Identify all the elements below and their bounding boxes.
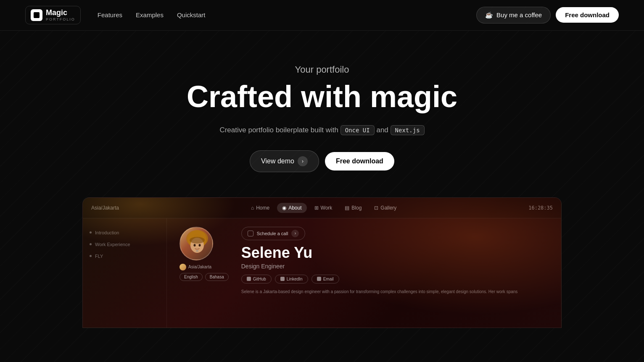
lang-bahasa[interactable]: Bahasa	[205, 273, 229, 281]
demo-time: 16:28:35	[528, 205, 553, 211]
coffee-icon: ☕	[485, 11, 493, 19]
avatar-location: Asia/Jakarta	[179, 264, 229, 270]
linkedin-button[interactable]: LinkedIn	[275, 275, 308, 283]
calendar-icon	[248, 231, 253, 236]
logo-icon	[31, 9, 42, 21]
doc-icon: ▤	[345, 205, 349, 211]
nav-item-examples[interactable]: Examples	[136, 11, 164, 19]
bullet-icon	[90, 231, 92, 233]
profile-area: Asia/Jakarta English Bahasa Schedule a c…	[179, 227, 549, 295]
demo-nav-home[interactable]: ⌂ Home	[246, 203, 274, 213]
svg-point-5	[194, 244, 196, 247]
sidebar-item-work-experience[interactable]: Work Experience	[90, 239, 160, 250]
demo-main-content: Asia/Jakarta English Bahasa Schedule a c…	[167, 218, 561, 328]
sidebar-item-introduction[interactable]: Introduction	[90, 227, 160, 239]
nav-links: Features Examples Quickstart	[98, 11, 206, 19]
hero-title: Crafted with magic	[8, 80, 636, 113]
view-demo-button[interactable]: View demo ›	[250, 150, 319, 172]
language-badges: English Bahasa	[179, 273, 229, 281]
home-icon: ⌂	[251, 205, 254, 211]
arrow-icon: ›	[291, 230, 299, 237]
nav-item-quickstart[interactable]: Quickstart	[177, 11, 206, 19]
svg-rect-7	[196, 250, 198, 252]
hero-section: Your portfoilo Crafted with magic Creati…	[0, 31, 644, 197]
navbar: Magic Portfolio Features Examples Quicks…	[0, 0, 644, 31]
demo-window: Asia/Jakarta ⌂ Home ◉ About ⊞ Work ▤ Blo…	[82, 197, 562, 328]
arrow-icon: ›	[298, 156, 308, 166]
email-icon	[317, 277, 321, 281]
logo-subtitle: Portfolio	[46, 17, 75, 21]
demo-preview: Asia/Jakarta ⌂ Home ◉ About ⊞ Work ▤ Blo…	[70, 197, 574, 328]
linkedin-icon	[280, 277, 285, 281]
user-icon: ◉	[282, 205, 286, 211]
email-button[interactable]: Email	[311, 275, 339, 283]
demo-nav-about[interactable]: ◉ About	[277, 203, 306, 213]
schedule-call-button[interactable]: Schedule a call ›	[241, 227, 306, 240]
demo-sidebar: Introduction Work Experience FLY	[83, 218, 167, 328]
bullet-icon	[90, 255, 92, 257]
demo-nav-blog[interactable]: ▤ Blog	[340, 203, 367, 213]
logo[interactable]: Magic Portfolio	[25, 6, 81, 24]
svg-point-4	[190, 237, 205, 244]
demo-nav: ⌂ Home ◉ About ⊞ Work ▤ Blog ⊡ Gallery	[246, 203, 401, 213]
buy-coffee-button[interactable]: ☕ Buy me a coffee	[476, 7, 551, 24]
hero-free-download-button[interactable]: Free download	[325, 152, 394, 171]
profile-bio: Selene is a Jakarta-based design enginee…	[241, 289, 549, 295]
grid-icon: ⊞	[314, 205, 319, 211]
badge-nextjs: Next.js	[391, 125, 425, 135]
profile-name: Selene Yu	[241, 244, 549, 261]
nav-right: ☕ Buy me a coffee Free download	[476, 7, 619, 24]
avatar	[179, 227, 213, 260]
location-icon	[179, 264, 186, 270]
nav-item-features[interactable]: Features	[98, 11, 122, 19]
location-text: Asia/Jakarta	[188, 265, 211, 269]
demo-nav-work[interactable]: ⊞ Work	[309, 203, 338, 213]
hero-description: Creative portfolio boilerplate built wit…	[8, 125, 636, 135]
nav-free-download-button[interactable]: Free download	[556, 7, 619, 23]
profile-info: Schedule a call › Selene Yu Design Engin…	[241, 227, 549, 295]
avatar-column: Asia/Jakarta English Bahasa	[179, 227, 229, 281]
nav-left: Magic Portfolio Features Examples Quicks…	[25, 6, 205, 24]
lang-english[interactable]: English	[179, 273, 203, 281]
sidebar-item-fly[interactable]: FLY	[90, 250, 160, 262]
badge-once-ui: Once UI	[340, 125, 375, 135]
github-icon	[247, 277, 251, 281]
svg-point-6	[199, 244, 201, 247]
demo-content: Introduction Work Experience FLY	[83, 218, 561, 328]
hero-subtitle: Your portfoilo	[8, 64, 636, 75]
demo-location: Asia/Jakarta	[91, 205, 119, 211]
github-button[interactable]: GitHub	[241, 275, 272, 283]
demo-nav-gallery[interactable]: ⊡ Gallery	[369, 203, 401, 213]
social-links: GitHub LinkedIn Email	[241, 275, 549, 283]
profile-title: Design Engineer	[241, 263, 549, 270]
logo-text: Magic Portfolio	[46, 9, 75, 21]
image-icon: ⊡	[374, 205, 378, 211]
hero-buttons: View demo › Free download	[8, 150, 636, 172]
demo-topbar: Asia/Jakarta ⌂ Home ◉ About ⊞ Work ▤ Blo…	[83, 198, 561, 218]
bullet-icon	[90, 243, 92, 245]
logo-title: Magic	[46, 9, 75, 17]
